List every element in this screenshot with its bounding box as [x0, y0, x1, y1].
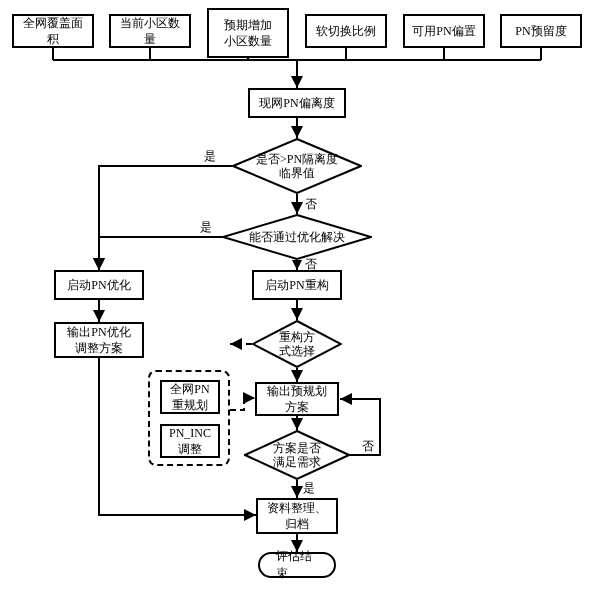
label: 当前小区数量 — [115, 15, 185, 47]
decision-optimize: 能否通过优化解决 — [222, 214, 372, 260]
label: 资料整理、 归档 — [267, 500, 327, 532]
edge-no-3: 否 — [362, 438, 374, 455]
label: 启动PN优化 — [67, 277, 130, 293]
label: 现网PN偏离度 — [259, 95, 334, 111]
label: 预期增加 小区数量 — [224, 17, 272, 49]
flowchart-canvas: 全网覆盖面积 当前小区数量 预期增加 小区数量 软切换比例 可用PN偏置 PN预… — [0, 0, 611, 602]
node-archive: 资料整理、 归档 — [256, 498, 338, 534]
node-pn-inc: PN_INC 调整 — [160, 424, 220, 458]
label: PN_INC 调整 — [169, 425, 211, 457]
group-reconstruct-options: 全网PN 重规划 PN_INC 调整 — [148, 370, 230, 466]
decision-meets-need: 方案是否 满足需求 — [244, 430, 350, 480]
input-available-pn: 可用PN偏置 — [403, 14, 485, 48]
edge-yes-2: 是 — [200, 219, 212, 236]
node-full-replan: 全网PN 重规划 — [160, 380, 220, 414]
node-output-optimize: 输出PN优化 调整方案 — [54, 322, 144, 358]
input-expected-cells: 预期增加 小区数量 — [207, 8, 289, 58]
label: 软切换比例 — [316, 23, 376, 39]
label: 能否通过优化解决 — [249, 230, 345, 244]
label: 可用PN偏置 — [412, 23, 475, 39]
terminator-result: 评估结束 — [258, 552, 336, 578]
input-pn-reserve: PN预留度 — [500, 14, 582, 48]
node-start-optimize: 启动PN优化 — [54, 270, 144, 300]
edge-no-1: 否 — [305, 196, 317, 213]
label: 方案是否 满足需求 — [273, 441, 321, 470]
edge-yes-1: 是 — [204, 148, 216, 165]
label: 是否>PN隔离度 临界值 — [256, 152, 338, 181]
label: 全网覆盖面积 — [18, 15, 88, 47]
node-current-pn-offset: 现网PN偏离度 — [248, 88, 346, 118]
decision-threshold: 是否>PN隔离度 临界值 — [232, 138, 362, 194]
label: 输出PN优化 调整方案 — [67, 324, 130, 356]
label: 重构方 式选择 — [279, 330, 315, 359]
label: PN预留度 — [515, 23, 566, 39]
decision-select-method: 重构方 式选择 — [252, 320, 342, 368]
input-soft-handoff: 软切换比例 — [305, 14, 387, 48]
label: 输出预规划 方案 — [267, 383, 327, 415]
node-start-rebuild: 启动PN重构 — [252, 270, 342, 300]
edge-yes-3: 是 — [303, 480, 315, 497]
input-coverage-area: 全网覆盖面积 — [12, 14, 94, 48]
node-output-preplan: 输出预规划 方案 — [255, 382, 339, 416]
label: 评估结束 — [276, 548, 318, 582]
label: 启动PN重构 — [265, 277, 328, 293]
input-current-cells: 当前小区数量 — [109, 14, 191, 48]
label: 全网PN 重规划 — [170, 381, 209, 413]
